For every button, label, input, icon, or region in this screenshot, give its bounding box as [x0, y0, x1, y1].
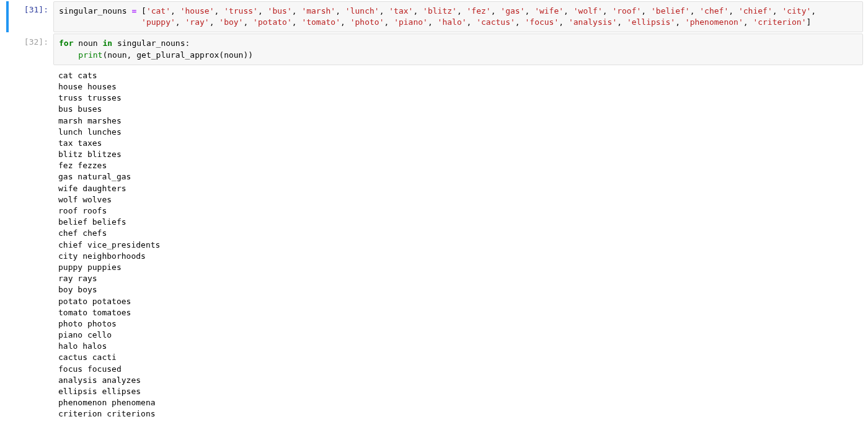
code-cell[interactable]: [31]: singular_nouns = ['cat', 'house', …: [5, 1, 863, 32]
input-prompt: [31]:: [5, 1, 53, 32]
output-cell: cat cats house houses truss trusses bus …: [5, 66, 863, 424]
notebook: [31]: singular_nouns = ['cat', 'house', …: [0, 1, 868, 424]
code-cell[interactable]: [32]: for noun in singular_nouns: print(…: [5, 34, 863, 65]
output-prompt: [5, 66, 53, 424]
code-input[interactable]: singular_nouns = ['cat', 'house', 'truss…: [53, 1, 863, 32]
input-prompt: [32]:: [5, 34, 53, 65]
code-input[interactable]: for noun in singular_nouns: print(noun, …: [53, 34, 863, 65]
cell-output-text: cat cats house houses truss trusses bus …: [53, 66, 863, 424]
